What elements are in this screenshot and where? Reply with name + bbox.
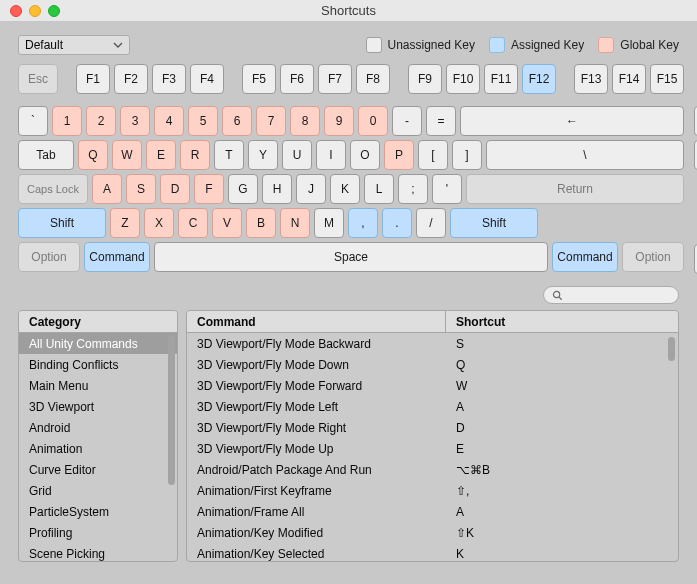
key-right-shift[interactable]: Shift xyxy=(450,208,538,238)
key-3[interactable]: 3 xyxy=(120,106,150,136)
key-T[interactable]: T xyxy=(214,140,244,170)
key-left-shift[interactable]: Shift xyxy=(18,208,106,238)
command-scrollbar-thumb[interactable] xyxy=(668,337,675,361)
category-item[interactable]: Grid xyxy=(19,480,177,501)
profile-dropdown[interactable]: Default xyxy=(18,35,130,55)
key-f4[interactable]: F4 xyxy=(190,64,224,94)
key-D[interactable]: D xyxy=(160,174,190,204)
command-header-command[interactable]: Command xyxy=(187,311,446,332)
close-window-button[interactable] xyxy=(10,5,22,17)
key--[interactable]: - xyxy=(392,106,422,136)
key-return[interactable]: Return xyxy=(466,174,684,204)
key-left-command[interactable]: Command xyxy=(84,242,150,272)
command-row[interactable]: 3D Viewport/Fly Mode BackwardS xyxy=(187,333,678,354)
key-f5[interactable]: F5 xyxy=(242,64,276,94)
zoom-window-button[interactable] xyxy=(48,5,60,17)
key-f15[interactable]: F15 xyxy=(650,64,684,94)
command-row[interactable]: 3D Viewport/Fly Mode DownQ xyxy=(187,354,678,375)
key-right-command[interactable]: Command xyxy=(552,242,618,272)
key-G[interactable]: G xyxy=(228,174,258,204)
key-f8[interactable]: F8 xyxy=(356,64,390,94)
key-capslock[interactable]: Caps Lock xyxy=(18,174,88,204)
key-P[interactable]: P xyxy=(384,140,414,170)
key-right-option[interactable]: Option xyxy=(622,242,684,272)
key-Y[interactable]: Y xyxy=(248,140,278,170)
key-N[interactable]: N xyxy=(280,208,310,238)
key-=[interactable]: = xyxy=(426,106,456,136)
key-f1[interactable]: F1 xyxy=(76,64,110,94)
key-f13[interactable]: F13 xyxy=(574,64,608,94)
key-backspace[interactable]: ← xyxy=(460,106,684,136)
key-`[interactable]: ` xyxy=(18,106,48,136)
key-I[interactable]: I xyxy=(316,140,346,170)
key-.[interactable]: . xyxy=(382,208,412,238)
command-list[interactable]: 3D Viewport/Fly Mode BackwardS3D Viewpor… xyxy=(187,333,678,561)
category-item[interactable]: Binding Conflicts xyxy=(19,354,177,375)
key-W[interactable]: W xyxy=(112,140,142,170)
key-M[interactable]: M xyxy=(314,208,344,238)
key-V[interactable]: V xyxy=(212,208,242,238)
key-backslash[interactable]: \ xyxy=(486,140,684,170)
category-item[interactable]: Android xyxy=(19,417,177,438)
key-4[interactable]: 4 xyxy=(154,106,184,136)
key-f6[interactable]: F6 xyxy=(280,64,314,94)
key-U[interactable]: U xyxy=(282,140,312,170)
key-,[interactable]: , xyxy=(348,208,378,238)
key-8[interactable]: 8 xyxy=(290,106,320,136)
command-row[interactable]: 3D Viewport/Fly Mode RightD xyxy=(187,417,678,438)
key-[[interactable]: [ xyxy=(418,140,448,170)
category-item[interactable]: Main Menu xyxy=(19,375,177,396)
key-f11[interactable]: F11 xyxy=(484,64,518,94)
key-L[interactable]: L xyxy=(364,174,394,204)
command-row[interactable]: Animation/Key SelectedK xyxy=(187,543,678,561)
key-J[interactable]: J xyxy=(296,174,326,204)
key-space[interactable]: Space xyxy=(154,242,548,272)
command-header-shortcut[interactable]: Shortcut xyxy=(446,315,678,329)
key-S[interactable]: S xyxy=(126,174,156,204)
key-f3[interactable]: F3 xyxy=(152,64,186,94)
key-;[interactable]: ; xyxy=(398,174,428,204)
key-C[interactable]: C xyxy=(178,208,208,238)
search-input[interactable] xyxy=(543,286,679,304)
key-'[interactable]: ' xyxy=(432,174,462,204)
key-esc[interactable]: Esc xyxy=(18,64,58,94)
key-6[interactable]: 6 xyxy=(222,106,252,136)
category-item[interactable]: Curve Editor xyxy=(19,459,177,480)
key-f14[interactable]: F14 xyxy=(612,64,646,94)
key-/[interactable]: / xyxy=(416,208,446,238)
key-1[interactable]: 1 xyxy=(52,106,82,136)
key-5[interactable]: 5 xyxy=(188,106,218,136)
key-f2[interactable]: F2 xyxy=(114,64,148,94)
key-tab[interactable]: Tab xyxy=(18,140,74,170)
key-9[interactable]: 9 xyxy=(324,106,354,136)
category-list[interactable]: All Unity CommandsBinding ConflictsMain … xyxy=(19,333,177,561)
key-K[interactable]: K xyxy=(330,174,360,204)
key-][interactable]: ] xyxy=(452,140,482,170)
key-E[interactable]: E xyxy=(146,140,176,170)
key-f9[interactable]: F9 xyxy=(408,64,442,94)
command-row[interactable]: 3D Viewport/Fly Mode LeftA xyxy=(187,396,678,417)
key-O[interactable]: O xyxy=(350,140,380,170)
category-item[interactable]: Animation xyxy=(19,438,177,459)
key-Z[interactable]: Z xyxy=(110,208,140,238)
command-row[interactable]: 3D Viewport/Fly Mode UpE xyxy=(187,438,678,459)
key-R[interactable]: R xyxy=(180,140,210,170)
key-X[interactable]: X xyxy=(144,208,174,238)
key-f12[interactable]: F12 xyxy=(522,64,556,94)
command-row[interactable]: 3D Viewport/Fly Mode ForwardW xyxy=(187,375,678,396)
key-7[interactable]: 7 xyxy=(256,106,286,136)
command-row[interactable]: Android/Patch Package And Run⌥⌘B xyxy=(187,459,678,480)
category-scrollbar-thumb[interactable] xyxy=(168,335,175,485)
category-item[interactable]: Profiling xyxy=(19,522,177,543)
key-2[interactable]: 2 xyxy=(86,106,116,136)
command-row[interactable]: Animation/Frame AllA xyxy=(187,501,678,522)
key-f10[interactable]: F10 xyxy=(446,64,480,94)
key-Q[interactable]: Q xyxy=(78,140,108,170)
key-F[interactable]: F xyxy=(194,174,224,204)
command-row[interactable]: Animation/First Keyframe⇧, xyxy=(187,480,678,501)
key-B[interactable]: B xyxy=(246,208,276,238)
key-f7[interactable]: F7 xyxy=(318,64,352,94)
key-0[interactable]: 0 xyxy=(358,106,388,136)
category-item[interactable]: 3D Viewport xyxy=(19,396,177,417)
category-item[interactable]: ParticleSystem xyxy=(19,501,177,522)
